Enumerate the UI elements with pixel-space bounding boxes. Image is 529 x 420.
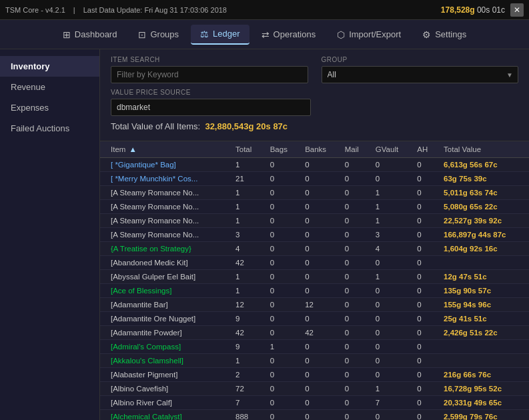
cell-ah: 0 [412,256,438,270]
table-row: [A Steamy Romance No...1000105,080g 65s … [100,200,529,214]
cell-mail: 0 [340,326,370,340]
cell-gvault: 0 [370,298,412,312]
sidebar-item-failed-auctions[interactable]: Failed Auctions [0,118,99,139]
group-select-wrapper: All [322,66,519,83]
cell-item-name: [Adamantite Bar] [100,298,230,312]
cell-total: 2 [230,368,265,382]
cell-total-value [438,256,529,270]
cell-ah: 0 [412,340,438,354]
group-select[interactable]: All [322,66,519,83]
nav-bar: ⊞ Dashboard ⊡ Groups ⚖ Ledger ⇄ Operatio… [0,20,529,49]
item-search-input[interactable] [111,66,308,83]
close-button[interactable]: ✕ [510,3,524,17]
cell-item-name: [Abandoned Medic Kit] [100,256,230,270]
nav-item-dashboard[interactable]: ⊞ Dashboard [53,25,127,44]
nav-item-importexport[interactable]: ⬡ Import/Export [328,25,410,44]
cell-bags: 0 [265,382,300,396]
cell-total-value: 6,613g 56s 67c [438,158,529,172]
cell-total-value [438,354,529,368]
nav-item-groups[interactable]: ⊡ Groups [129,25,188,44]
cell-item-name: [A Steamy Romance No... [100,200,230,214]
value-price-source-label: VALUE PRICE SOURCE [111,89,518,96]
total-value-row: Total Value of All Items: 32,880,543g 20… [111,119,518,134]
cell-mail: 0 [340,228,370,242]
cell-banks: 0 [300,270,340,284]
cell-banks: 0 [300,186,340,200]
total-gold-g: g [248,121,253,131]
cell-total: 1 [230,270,265,284]
cell-total: 1 [230,186,265,200]
cell-item-name: [Alabaster Pigment] [100,368,230,382]
cell-gvault: 0 [370,410,412,421]
col-gvault[interactable]: GVault [370,141,412,158]
cell-banks: 12 [300,298,340,312]
operations-icon: ⇄ [261,29,270,40]
cell-mail: 0 [340,340,370,354]
nav-item-ledger[interactable]: ⚖ Ledger [191,25,249,45]
cell-ah: 0 [412,242,438,256]
table-row: {A Treatise on Strategy}4000401,604g 92s… [100,242,529,256]
sidebar-item-expenses[interactable]: Expenses [0,97,99,118]
cell-mail: 0 [340,410,370,421]
cell-total: 9 [230,312,265,326]
sidebar-item-revenue[interactable]: Revenue [0,77,99,97]
cell-mail: 0 [340,368,370,382]
cell-mail: 0 [340,186,370,200]
cell-total-value: 166,897g 44s 87c [438,228,529,242]
cell-banks: 0 [300,242,340,256]
cell-bags: 0 [265,186,300,200]
cell-bags: 0 [265,214,300,228]
cell-bags: 0 [265,270,300,284]
cell-total-value: 1,604g 92s 16c [438,242,529,256]
cell-banks: 0 [300,172,340,186]
cell-total-value: 25g 41s 51c [438,312,529,326]
cell-bags: 0 [265,200,300,214]
table-wrapper[interactable]: Item ▲ Total Bags Banks Mail GVault AH T… [100,141,529,420]
cell-ah: 0 [412,354,438,368]
cell-total: 72 [230,382,265,396]
cell-gvault: 3 [370,228,412,242]
cell-total: 888 [230,410,265,421]
cell-banks: 0 [300,368,340,382]
layout: Inventory Revenue Expenses Failed Auctio… [0,49,529,420]
cell-bags: 0 [265,312,300,326]
cell-total-value: 155g 94s 96c [438,298,529,312]
cell-mail: 0 [340,298,370,312]
col-total[interactable]: Total [230,141,265,158]
cell-mail: 0 [340,284,370,298]
sidebar-item-inventory[interactable]: Inventory [0,56,99,77]
value-price-source-input[interactable] [111,99,311,116]
title-bar-left: TSM Core - v4.2.1 | Last Data Update: Fr… [5,6,227,14]
col-mail[interactable]: Mail [340,141,370,158]
main-content: ITEM SEARCH GROUP All VALUE PRICE SOURCE [100,49,529,420]
cell-gvault: 1 [370,200,412,214]
cell-total: 7 [230,396,265,410]
cell-banks: 0 [300,228,340,242]
cell-banks: 0 [300,214,340,228]
table-row: [Abyssal Gulper Eel Bait]10001012g 47s 5… [100,270,529,284]
cell-total: 3 [230,228,265,242]
cell-mail: 0 [340,214,370,228]
total-gold: 32,880,543 [205,121,248,131]
col-banks[interactable]: Banks [300,141,340,158]
cell-item-name: [Admiral's Compass] [100,340,230,354]
app-name: TSM Core - v4.2.1 [5,6,65,14]
cell-mail: 0 [340,382,370,396]
cell-total: 4 [230,242,265,256]
nav-item-operations[interactable]: ⇄ Operations [252,25,326,44]
settings-icon: ⚙ [422,29,431,40]
col-total-value[interactable]: Total Value [438,141,529,158]
sidebar: Inventory Revenue Expenses Failed Auctio… [0,49,100,420]
cell-bags: 0 [265,242,300,256]
cell-mail: 0 [340,200,370,214]
item-search-label: ITEM SEARCH [111,56,308,63]
nav-item-settings[interactable]: ⚙ Settings [413,25,476,44]
col-bags[interactable]: Bags [265,141,300,158]
cell-banks: 0 [300,312,340,326]
cell-total-value [438,340,529,354]
col-item[interactable]: Item ▲ [100,141,230,158]
title-bar: TSM Core - v4.2.1 | Last Data Update: Fr… [0,0,529,20]
col-ah[interactable]: AH [412,141,438,158]
cell-item-name: [A Steamy Romance No... [100,214,230,228]
cell-banks: 0 [300,396,340,410]
